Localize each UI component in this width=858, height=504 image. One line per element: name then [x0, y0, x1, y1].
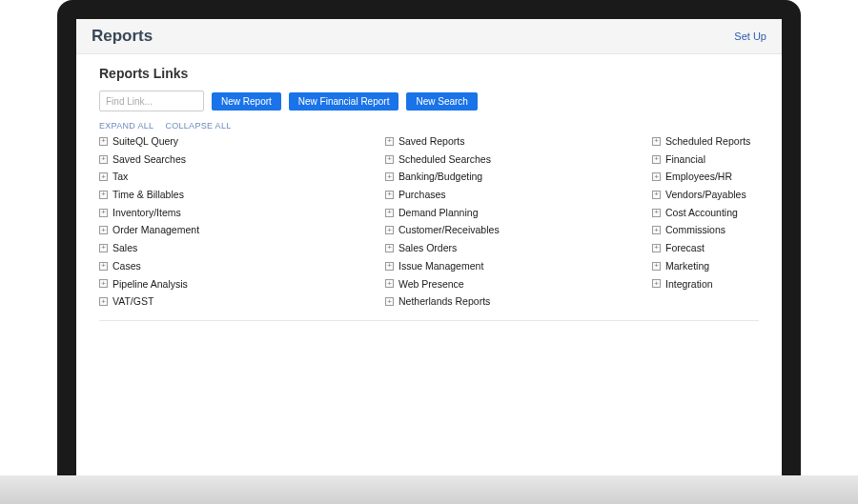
link-item[interactable]: +Customer/Receivables [385, 223, 633, 237]
link-item[interactable]: +Saved Reports [385, 134, 633, 149]
link-item[interactable]: +Pipeline Analysis [99, 277, 366, 292]
link-label: Time & Billables [112, 188, 184, 202]
expand-icon: + [385, 244, 394, 252]
link-item[interactable]: +Financial [652, 152, 759, 167]
column-2: +Saved Reports +Scheduled Searches +Bank… [385, 134, 633, 309]
link-label: Order Management [112, 223, 199, 237]
link-item[interactable]: +Cases [99, 259, 366, 273]
link-item[interactable]: +Cost Accounting [652, 206, 759, 220]
laptop-base [0, 475, 858, 504]
setup-link[interactable]: Set Up [734, 30, 766, 42]
link-item[interactable]: +Scheduled Searches [385, 152, 633, 167]
link-label: VAT/GST [112, 294, 153, 309]
expand-icon: + [652, 172, 661, 181]
link-label: Scheduled Searches [398, 152, 491, 167]
expand-icon: + [652, 279, 661, 288]
link-label: Sales [112, 241, 137, 255]
link-item[interactable]: +Saved Searches [99, 152, 366, 167]
expand-icon: + [99, 155, 108, 164]
link-item[interactable]: +Scheduled Reports [652, 134, 759, 149]
expand-icon: + [385, 226, 394, 234]
link-item[interactable]: +Inventory/Items [99, 206, 366, 220]
expand-all-link[interactable]: EXPAND ALL [99, 121, 153, 131]
expand-icon: + [652, 244, 661, 252]
page-title: Reports [92, 27, 153, 46]
link-label: Issue Management [398, 259, 483, 273]
link-columns: +SuiteQL Query +Saved Searches +Tax +Tim… [99, 134, 759, 321]
link-label: Inventory/Items [112, 206, 181, 220]
new-report-button[interactable]: New Report [212, 92, 281, 111]
header-bar: Reports Set Up [76, 19, 782, 54]
link-item[interactable]: +Commissions [652, 223, 759, 237]
expand-icon: + [652, 191, 661, 199]
expand-icon: + [385, 279, 394, 288]
expand-icon: + [99, 279, 108, 288]
expand-icon: + [652, 262, 661, 271]
new-search-button[interactable]: New Search [406, 92, 477, 111]
expand-icon: + [385, 262, 394, 271]
link-label: Saved Searches [112, 152, 186, 167]
expand-icon: + [385, 191, 394, 199]
link-label: Vendors/Payables [665, 188, 746, 202]
link-label: Netherlands Reports [398, 294, 490, 309]
link-item[interactable]: +Employees/HR [652, 170, 759, 184]
expand-icon: + [652, 209, 661, 217]
collapse-all-link[interactable]: COLLAPSE ALL [165, 121, 231, 131]
link-item[interactable]: +Tax [99, 170, 366, 184]
expand-icon: + [99, 209, 108, 217]
link-label: Web Presence [398, 277, 464, 292]
link-label: Pipeline Analysis [112, 277, 188, 292]
expand-icon: + [385, 297, 394, 306]
app-screen: Reports Set Up Reports Links New Report … [76, 19, 782, 475]
link-label: SuiteQL Query [112, 134, 178, 149]
expand-icon: + [99, 297, 108, 306]
link-item[interactable]: +Integration [652, 277, 759, 292]
link-label: Financial [665, 152, 705, 167]
column-3: +Scheduled Reports +Financial +Employees… [652, 134, 759, 309]
link-item[interactable]: +Time & Billables [99, 188, 366, 202]
link-label: Cost Accounting [665, 206, 738, 220]
link-label: Banking/Budgeting [398, 170, 482, 184]
link-item[interactable]: +Banking/Budgeting [385, 170, 633, 184]
link-item[interactable]: +VAT/GST [99, 294, 366, 309]
link-item[interactable]: +SuiteQL Query [99, 134, 366, 149]
expand-icon: + [99, 191, 108, 199]
link-label: Commissions [665, 223, 725, 237]
expand-icon: + [99, 137, 108, 146]
link-label: Forecast [665, 241, 705, 255]
link-item[interactable]: +Sales Orders [385, 241, 633, 255]
column-1: +SuiteQL Query +Saved Searches +Tax +Tim… [99, 134, 366, 309]
link-item[interactable]: +Purchases [385, 188, 633, 202]
expand-icon: + [652, 137, 661, 146]
link-item[interactable]: +Web Presence [385, 277, 633, 292]
expand-icon: + [652, 226, 661, 234]
link-label: Cases [112, 259, 141, 273]
link-label: Marketing [665, 259, 709, 273]
link-item[interactable]: +Netherlands Reports [385, 294, 633, 309]
link-label: Saved Reports [398, 134, 464, 149]
link-item[interactable]: +Demand Planning [385, 206, 633, 220]
link-label: Customer/Receivables [398, 223, 500, 237]
link-label: Sales Orders [398, 241, 457, 255]
new-financial-report-button[interactable]: New Financial Report [289, 92, 399, 111]
link-item[interactable]: +Order Management [99, 223, 366, 237]
expand-controls: EXPAND ALL COLLAPSE ALL [99, 121, 759, 131]
expand-icon: + [385, 137, 394, 146]
toolbar: New Report New Financial Report New Sear… [99, 91, 759, 111]
expand-icon: + [99, 226, 108, 234]
content-area: Reports Links New Report New Financial R… [76, 54, 782, 333]
expand-icon: + [385, 155, 394, 164]
link-item[interactable]: +Vendors/Payables [652, 188, 759, 202]
link-label: Employees/HR [665, 170, 732, 184]
link-item[interactable]: +Forecast [652, 241, 759, 255]
link-item[interactable]: +Issue Management [385, 259, 633, 273]
link-label: Demand Planning [398, 206, 478, 220]
expand-icon: + [385, 209, 394, 217]
find-link-input[interactable] [99, 91, 204, 111]
link-item[interactable]: +Sales [99, 241, 366, 255]
expand-icon: + [99, 244, 108, 252]
link-label: Integration [665, 277, 713, 292]
expand-icon: + [99, 262, 108, 271]
laptop-frame: Reports Set Up Reports Links New Report … [57, 0, 801, 475]
link-item[interactable]: +Marketing [652, 259, 759, 273]
